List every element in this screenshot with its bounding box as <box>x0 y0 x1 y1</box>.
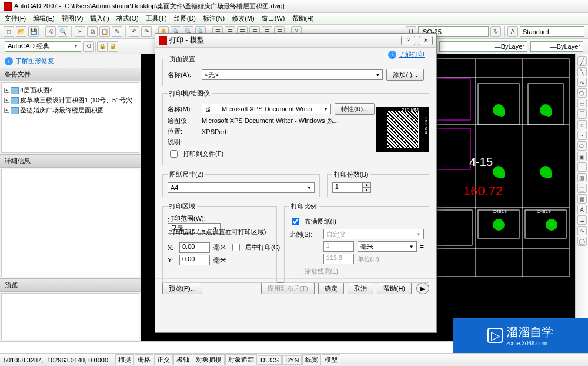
menu-modify[interactable]: 修改(M) <box>232 14 255 23</box>
fit-to-paper-checkbox[interactable] <box>292 218 299 225</box>
pline-icon[interactable]: ∿ <box>577 78 587 87</box>
circle-icon[interactable]: ○ <box>577 120 587 129</box>
menu-format[interactable]: 格式(O) <box>116 14 139 23</box>
print-to-file-checkbox[interactable] <box>170 150 178 158</box>
scale-unit-value[interactable]: 1 <box>323 241 354 252</box>
paper-size-combo[interactable]: A4▼ <box>168 182 315 193</box>
status-lwt[interactable]: 线宽 <box>302 354 321 365</box>
xline-icon[interactable]: ╲ <box>577 67 587 76</box>
menu-edit[interactable]: 编辑(E) <box>33 14 55 23</box>
status-ortho[interactable]: 正交 <box>154 354 173 365</box>
menu-file[interactable]: 文件(F) <box>5 14 26 23</box>
point-icon[interactable]: · <box>577 162 587 172</box>
status-osnap[interactable]: 对象捕捉 <box>193 354 225 365</box>
backup-files-tree[interactable]: +4层面积图4 +皮草城三楼设计面积图1.(10号、51号穴 +圣德婚庆广场最终… <box>1 82 139 153</box>
status-grid[interactable]: 栅格 <box>135 354 153 365</box>
menu-window[interactable]: 窗口(W) <box>262 14 285 23</box>
status-otrack[interactable]: 对象追踪 <box>225 354 257 365</box>
page-setup-name-combo[interactable]: <无>▼ <box>202 69 383 80</box>
drawing-units-value[interactable]: 113.3 <box>323 254 354 264</box>
printer-name-combo[interactable]: 🖨 Microsoft XPS Document Writer▼ <box>202 104 331 114</box>
status-snap[interactable]: 捕捉 <box>115 354 134 365</box>
print-offset-legend: 打印偏移 (原点设置在可打印区域) <box>168 228 268 237</box>
donut-icon[interactable]: ◯ <box>577 237 587 246</box>
color-combo[interactable]: — ByLayer <box>439 41 527 52</box>
expand-icon[interactable]: + <box>4 108 9 113</box>
dialog-help-button[interactable]: ? <box>401 36 415 45</box>
rect-icon[interactable]: ▭ <box>577 99 587 108</box>
preview-icon[interactable]: 🔍 <box>58 26 68 37</box>
dialog-title: 打印 - 模型 <box>169 35 204 45</box>
spline-icon[interactable]: ~ <box>577 131 587 140</box>
line-icon[interactable]: ╱ <box>577 56 587 66</box>
separator <box>504 26 505 37</box>
text-icon[interactable]: A <box>577 205 587 214</box>
lock-toolbar-icon[interactable]: 🔒 <box>108 41 118 52</box>
tree-item[interactable]: +4层面积图4 <box>4 85 136 95</box>
spin-down-icon[interactable]: ▼ <box>363 188 371 193</box>
menu-help[interactable]: 帮助(H) <box>292 14 314 23</box>
drawing-recovery-link[interactable]: 了解图形修复 <box>15 56 54 65</box>
center-print-checkbox[interactable] <box>232 244 240 251</box>
spin-up-icon[interactable]: ▲ <box>363 182 371 188</box>
status-polar[interactable]: 极轴 <box>173 354 192 365</box>
workspace-combo[interactable]: AutoCAD 经典▼ <box>5 41 81 52</box>
menu-view[interactable]: 视图(V) <box>62 14 83 23</box>
paper-height-label: 297 MM <box>423 117 429 134</box>
status-model[interactable]: 模型 <box>322 354 340 365</box>
spline2-icon[interactable]: ∿ <box>577 226 587 235</box>
folder-icon <box>11 97 19 104</box>
offset-y-value[interactable]: 0.00 <box>179 255 210 265</box>
scale-unit-combo[interactable]: 毫米▼ <box>358 241 417 252</box>
table-icon[interactable]: ▦ <box>577 194 587 204</box>
add-page-setup-button[interactable]: 添加(.)... <box>386 69 424 81</box>
undo-icon[interactable]: ↶ <box>129 26 139 37</box>
separator <box>42 26 42 37</box>
status-dyn[interactable]: DYN <box>282 355 302 365</box>
ellipse-icon[interactable]: ⬭ <box>577 141 587 151</box>
block-icon[interactable]: ▣ <box>577 152 587 161</box>
info-icon: i <box>388 51 396 59</box>
new-icon[interactable]: □ <box>4 26 14 37</box>
text-style-icon[interactable]: A <box>507 26 518 37</box>
status-ducs[interactable]: DUCS <box>258 355 282 365</box>
scale-combo[interactable]: 自定义▼ <box>323 229 424 239</box>
separator <box>125 26 126 37</box>
offset-x-value[interactable]: 0.00 <box>179 242 210 253</box>
plotter-value: Microsoft XPS Document Writer - Windows … <box>202 117 339 125</box>
copies-spinner[interactable]: 1 ▲▼ <box>332 182 424 193</box>
tree-item[interactable]: +皮草城三楼设计面积图1.(10号、51号穴 <box>4 95 136 105</box>
menu-draw[interactable]: 绘图(D) <box>174 14 196 23</box>
open-icon[interactable]: 📂 <box>16 26 26 37</box>
redo-icon[interactable]: ↷ <box>141 26 152 37</box>
copy-icon[interactable]: ⧉ <box>87 26 98 37</box>
drawing-recovery-link-row: i 了解图形修复 <box>0 54 141 68</box>
save-icon[interactable]: 💾 <box>28 26 39 37</box>
copies-value[interactable]: 1 <box>332 182 363 193</box>
dim-update-icon[interactable]: ↻ <box>490 26 501 37</box>
print-icon[interactable]: 🖨 <box>45 26 56 37</box>
linetype-combo[interactable]: — ByLayer <box>530 41 583 52</box>
region-icon[interactable]: ◫ <box>577 184 587 193</box>
expand-icon[interactable]: + <box>4 88 9 93</box>
expand-icon[interactable]: + <box>4 98 9 103</box>
hatch-icon[interactable]: ▨ <box>577 173 587 182</box>
menu-insert[interactable]: 插入(I) <box>90 14 109 23</box>
match-icon[interactable]: ✎ <box>112 26 122 37</box>
window-title: AutoCAD 2007 - [C:\Users\Administrator\D… <box>14 2 285 11</box>
paste-icon[interactable]: 📋 <box>99 26 110 37</box>
revcloud-icon[interactable]: ☁ <box>577 215 587 225</box>
cut-icon[interactable]: ✂ <box>75 26 85 37</box>
text-style-combo[interactable]: Standard <box>520 26 584 37</box>
printer-properties-button[interactable]: 特性(R)... <box>335 103 375 115</box>
workspace-settings-icon[interactable]: ⚙ <box>83 41 94 52</box>
arc-icon[interactable]: ⌒ <box>577 109 587 119</box>
learn-print-link[interactable]: i 了解打印 <box>388 50 425 59</box>
tree-item[interactable]: +圣德婚庆广场最终楼层面积图 <box>4 105 136 115</box>
dialog-close-button[interactable]: ✕ <box>419 36 433 45</box>
menu-dimension[interactable]: 标注(N) <box>203 14 225 23</box>
location-value: XPSPort: <box>202 128 228 135</box>
polygon-icon[interactable]: ⬠ <box>577 88 587 98</box>
menu-tools[interactable]: 工具(T) <box>146 14 167 23</box>
lock-icon[interactable]: 🔒 <box>97 41 108 52</box>
